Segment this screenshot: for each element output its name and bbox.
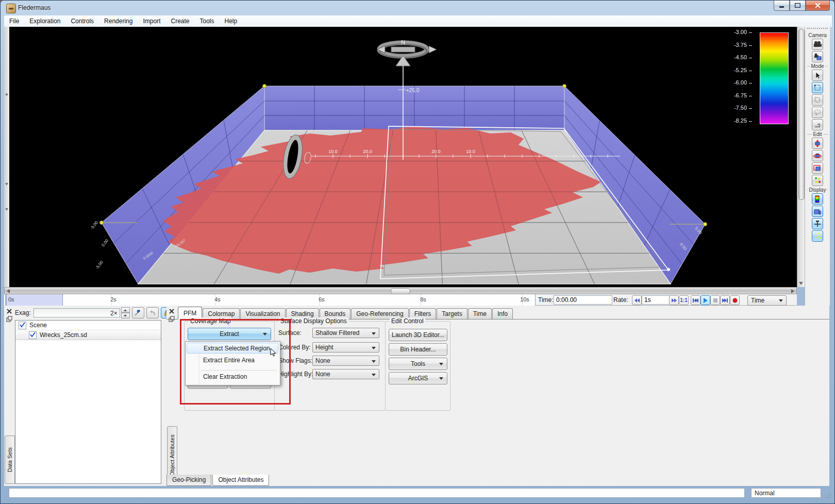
rate-ratio-button[interactable]: 1:1 [679,295,689,305]
exag-value: 2× [110,310,118,317]
rate-increase-button[interactable] [669,295,679,305]
colored-by-label: Colored By: [278,344,311,351]
menu-import[interactable]: Import [138,16,165,26]
menu-item-extract-entire-area[interactable]: Extract Entire Area [187,355,278,366]
close-panel-icon[interactable] [6,308,12,314]
translate-edit-icon[interactable] [812,138,823,149]
tree-row-dataset[interactable]: Wrecks_25cm.sd [15,330,161,340]
dataset-checkbox[interactable] [29,331,37,339]
tab-time[interactable]: Time [468,308,492,319]
timeline-mode-dropdown[interactable]: Time [747,295,787,306]
svg-text:0.00: 0.00 [101,238,109,247]
minimize-button[interactable] [774,1,790,11]
survey-display-icon[interactable] [812,218,823,229]
legend-tick: -6.00 [721,79,752,86]
tree-row-scene[interactable]: Scene [15,321,161,330]
scene-canvas[interactable]: 10.0 20.0 20.0 10.0 N +25.0 [9,27,797,287]
current-time-marker[interactable] [6,294,6,306]
close-button[interactable] [806,1,830,11]
app-icon [6,4,16,13]
polygon-select-icon[interactable] [812,94,823,106]
viewport-3d[interactable]: 10.0 20.0 20.0 10.0 N +25.0 [9,27,797,287]
rate-decrease-button[interactable] [632,295,642,305]
bounding-box-edit-icon[interactable] [812,162,823,174]
group-label-edit: Edit [806,131,829,137]
scroll-left-arrow-icon[interactable] [7,289,10,293]
rotate-edit-icon[interactable] [812,150,823,161]
lasso-select-icon[interactable] [812,107,823,118]
maximize-button[interactable] [790,1,806,11]
points-display-icon[interactable] [812,230,823,242]
menu-exploration[interactable]: Exploration [24,16,65,26]
menu-item-extract-selected-region[interactable]: Extract Selected Region [187,343,278,354]
menu-controls[interactable]: Controls [65,16,99,26]
svg-text:-5.00: -5.00 [89,220,99,230]
menu-help[interactable]: Help [220,16,243,26]
arcgis-dropdown-button[interactable]: ArcGIS [389,372,447,384]
ruler-tick-10s: 10s [520,296,529,303]
undock-panel-icon[interactable] [6,316,12,322]
svg-text:20.0: 20.0 [431,149,441,154]
spin-down-icon[interactable] [121,313,130,318]
surface-display-options-group: Surface Display Options Surface: Shallow… [274,321,386,411]
volume-display-icon[interactable] [812,206,823,217]
stop-button[interactable] [710,295,720,305]
colored-by-combo[interactable]: Height [312,342,379,352]
rectangle-select-icon[interactable] [812,82,823,93]
time-input[interactable] [554,295,612,305]
toolbar-grip[interactable] [807,28,828,31]
go-to-end-button[interactable] [720,295,730,305]
surface-combo[interactable]: Shallow Filtered [312,328,379,338]
show-flags-combo[interactable]: None [312,356,379,366]
rate-input[interactable] [642,295,670,305]
spin-up-icon[interactable] [121,307,130,313]
time-ruler[interactable]: 0s 2s 4s 6s 8s 10s [4,294,536,306]
colorbar-display-icon[interactable] [812,193,823,205]
go-to-start-button[interactable] [691,295,700,305]
rate-label: Rate: [613,296,628,304]
tab-info[interactable]: Info [492,308,513,319]
scene-tree[interactable]: Scene Wrecks_25cm.sd [15,320,161,484]
points-edit-icon[interactable] [812,175,823,186]
compass-widget[interactable]: N [377,39,437,66]
tab-targets[interactable]: Targets [437,308,467,319]
chevron-down-icon [372,360,376,363]
menu-tools[interactable]: Tools [195,16,220,26]
title-bar[interactable]: Fledermaus [1,1,834,15]
record-button[interactable] [730,295,740,305]
menu-file[interactable]: File [4,16,24,26]
menu-rendering[interactable]: Rendering [99,16,138,26]
compass-north-label: N [401,39,405,45]
scroll-down-arrow-icon[interactable] [799,282,803,285]
scrollbar-thumb[interactable] [798,29,805,200]
tab-object-attributes[interactable]: Object Attributes [212,475,269,486]
data-sets-tab[interactable]: Data Sets [5,435,15,484]
exag-spinner[interactable] [121,307,130,318]
corner-select-icon[interactable] [812,119,823,130]
launch-3d-editor-button[interactable]: Launch 3D Editor... [389,329,447,341]
scrollbar-thumb[interactable] [391,288,410,294]
scroll-right-arrow-icon[interactable] [791,289,794,293]
menu-item-clear-extraction[interactable]: Clear Extraction [187,372,278,382]
close-panel-icon[interactable] [169,308,175,314]
ruler-tick-2s: 2s [110,296,116,303]
hammer-tool-button[interactable] [132,307,144,318]
resize-grip[interactable] [825,493,831,499]
camera-object-icon[interactable] [812,51,823,62]
bin-header-button[interactable]: Bin Header... [389,343,447,356]
viewport-vertical-scrollbar[interactable] [797,27,805,287]
highlight-by-combo[interactable]: None [312,369,379,379]
camera-icon[interactable] [812,39,823,50]
menu-create[interactable]: Create [165,16,194,26]
scene-checkbox[interactable] [19,322,26,329]
tab-geo-picking[interactable]: Geo-Picking [166,475,211,486]
tools-dropdown-button[interactable]: Tools [389,358,447,370]
pointer-mode-icon[interactable] [812,70,823,81]
viewport-horizontal-scrollbar[interactable] [4,287,797,294]
attributes-side-strip: Object Attributes [166,306,177,486]
play-button[interactable] [700,295,710,305]
exaggeration-slider[interactable]: 2× [34,308,120,317]
extract-dropdown-button[interactable]: Extract [188,328,271,340]
undo-button[interactable] [146,307,159,318]
elevation-label: +25.0 [406,88,420,93]
